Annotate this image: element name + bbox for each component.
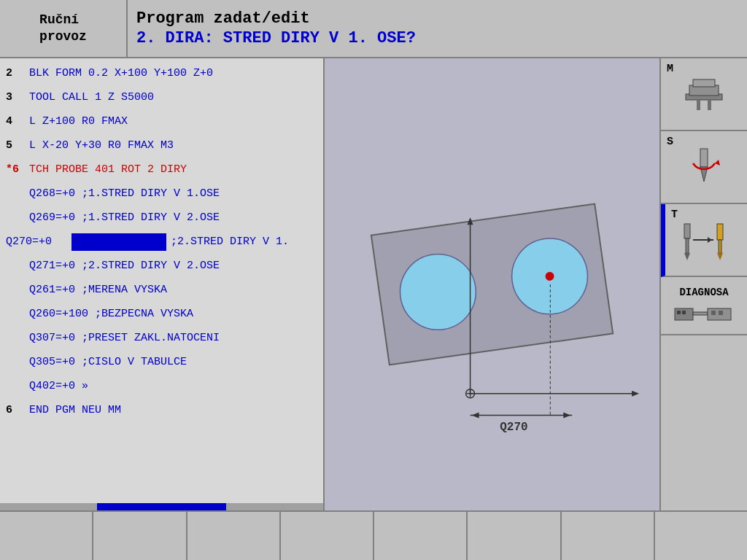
line-content: L X-20 Y+30 R0 FMAX M3 (29, 139, 174, 152)
sidebar-btn-diagnosa[interactable]: DIAGNOSA (661, 277, 747, 335)
program-editor[interactable]: 2BLK FORM 0.2 X+100 Y+100 Z+03TOOL CALL … (0, 58, 325, 510)
line-num: 6 (6, 404, 26, 416)
toolbar-btn-6[interactable] (468, 512, 561, 560)
lines-container: 2BLK FORM 0.2 X+100 Y+100 Z+03TOOL CALL … (0, 61, 323, 422)
svg-rect-20 (708, 100, 711, 110)
param-name: Q270=+0 (6, 236, 71, 248)
prog-line-14[interactable]: 6END PGM NEU MM (0, 398, 323, 422)
svg-rect-37 (711, 311, 716, 315)
toolbar-btn-4[interactable] (281, 512, 374, 560)
line-content: TCH PROBE 401 ROT 2 DIRY (29, 163, 187, 176)
line-content: BLK FORM 0.2 X+100 Y+100 Z+0 (29, 67, 213, 79)
prog-line-11[interactable]: Q307=+0 ;PRESET ZAKL.NATOCENI (0, 326, 323, 350)
line-num: 3 (6, 91, 26, 104)
prog-line-9[interactable]: Q261=+0 ;MERENA VYSKA (0, 278, 323, 302)
svg-text:Q270: Q270 (500, 421, 527, 434)
program-title: Program zadat/edit (136, 9, 738, 28)
sidebar-btn-s[interactable]: S (661, 131, 747, 204)
spindle-icon (675, 145, 733, 189)
prog-line-12[interactable]: Q305=+0 ;CISLO V TABULCE (0, 350, 323, 374)
toolbar-btn-7[interactable] (562, 512, 655, 560)
line-content: END PGM NEU MM (29, 404, 121, 416)
header: Ručníprovoz Program zadat/edit 2. DIRA: … (0, 0, 747, 58)
svg-rect-30 (719, 240, 721, 253)
graphic-svg: Q270 (325, 58, 659, 510)
prog-line-4[interactable]: *6TCH PROBE 401 ROT 2 DIRY (0, 158, 323, 182)
sidebar-label-s: S (667, 136, 673, 148)
svg-rect-24 (684, 224, 690, 238)
line-content: Q305=+0 ;CISLO V TABULCE (29, 356, 187, 368)
line-num: 2 (6, 67, 26, 79)
line-content: TOOL CALL 1 Z S5000 (29, 91, 154, 104)
svg-marker-31 (717, 253, 723, 260)
editor-scrollbar[interactable] (0, 503, 323, 510)
svg-marker-13 (563, 413, 570, 419)
sidebar: M S T (659, 58, 747, 510)
prog-line-8[interactable]: Q271=+0 ;2.STRED DIRY V 2.OSE (0, 254, 323, 278)
diagnosa-label: DIAGNOSA (679, 287, 728, 298)
line-num: 5 (6, 139, 26, 152)
svg-marker-7 (632, 391, 639, 397)
prog-line-10[interactable]: Q260=+100 ;BEZPECNA VYSKA (0, 302, 323, 326)
main-area: 2BLK FORM 0.2 X+100 Y+100 Z+03TOOL CALL … (0, 58, 747, 510)
svg-marker-23 (715, 160, 720, 166)
mode-label: Ručníprovoz (0, 0, 128, 57)
svg-rect-38 (719, 311, 723, 315)
line-content: Q269=+0 ;1.STRED DIRY V 2.OSE (29, 211, 220, 224)
prog-line-0[interactable]: 2BLK FORM 0.2 X+100 Y+100 Z+0 (0, 61, 323, 85)
question-title: 2. DIRA: STRED DIRY V 1. OSE? (136, 29, 738, 47)
prog-line-5[interactable]: Q268=+0 ;1.STRED DIRY V 1.OSE (0, 182, 323, 206)
sidebar-label-m: M (667, 63, 673, 75)
machine-icon (675, 72, 733, 116)
title-area: Program zadat/edit 2. DIRA: STRED DIRY V… (128, 0, 747, 57)
line-num: 4 (6, 115, 26, 128)
bottom-toolbar (0, 510, 747, 560)
graphic-area: Q270 (325, 58, 659, 510)
svg-marker-28 (708, 237, 712, 243)
toolbar-btn-3[interactable] (187, 512, 281, 560)
input-box[interactable] (71, 233, 166, 251)
editor-scrollbar-thumb[interactable] (97, 503, 226, 510)
line-content: Q271=+0 ;2.STRED DIRY V 2.OSE (29, 260, 220, 272)
sidebar-btn-t[interactable]: T (661, 204, 747, 277)
svg-marker-12 (472, 413, 479, 419)
svg-rect-18 (693, 79, 715, 87)
prog-line-6[interactable]: Q269=+0 ;1.STRED DIRY V 2.OSE (0, 206, 323, 230)
line-content: Q261=+0 ;MERENA VYSKA (29, 284, 167, 296)
line-content: Q307=+0 ;PRESET ZAKL.NATOCENI (29, 332, 220, 344)
svg-rect-19 (697, 100, 700, 110)
line-content: Q260=+100 ;BEZPECNA VYSKA (29, 308, 193, 320)
toolbar-btn-8[interactable] (655, 512, 747, 560)
input-comment: ;2.STRED DIRY V 1. (171, 236, 289, 248)
toolbar-btn-2[interactable] (93, 512, 187, 560)
prog-line-13[interactable]: Q402=+0 » (0, 374, 323, 398)
tool-icon (677, 218, 735, 262)
diagnosa-icon (671, 303, 737, 324)
prog-line-1[interactable]: 3TOOL CALL 1 Z S5000 (0, 85, 323, 109)
svg-rect-21 (700, 149, 708, 167)
prog-line-2[interactable]: 4L Z+100 R0 FMAX (0, 109, 323, 133)
prog-line-3[interactable]: 5L X-20 Y+30 R0 FMAX M3 (0, 133, 323, 158)
sidebar-label-t: T (671, 209, 678, 221)
active-input-row[interactable]: Q270=+0 ;2.STRED DIRY V 1. (0, 230, 323, 254)
svg-rect-34 (682, 311, 686, 314)
line-content: Q402=+0 » (29, 380, 88, 392)
toolbar-btn-5[interactable] (374, 512, 468, 560)
sidebar-btn-m[interactable]: M (661, 58, 747, 131)
mode-text: Ručníprovoz (39, 12, 87, 46)
line-num: *6 (6, 163, 26, 176)
line-content: Q268=+0 ;1.STRED DIRY V 1.OSE (29, 187, 220, 200)
sidebar-empty (661, 335, 747, 510)
svg-rect-29 (717, 224, 723, 240)
svg-rect-33 (677, 311, 681, 314)
toolbar-btn-1[interactable] (0, 512, 93, 560)
svg-rect-35 (693, 312, 708, 315)
line-content: L Z+100 R0 FMAX (29, 115, 128, 128)
svg-rect-25 (686, 238, 689, 253)
svg-marker-26 (684, 253, 690, 260)
